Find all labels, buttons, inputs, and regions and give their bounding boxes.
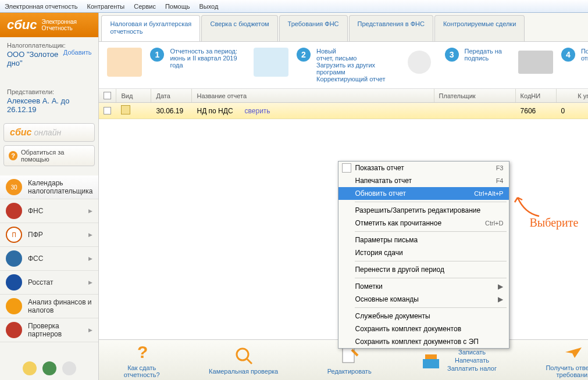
col-vid[interactable]: Вид (116, 89, 151, 102)
nav-label: Проверка партнеров (28, 322, 83, 338)
context-menu: Показать отчетF3Напечатать отчетF4Обнови… (338, 161, 509, 349)
context-menu-item[interactable]: Параметры письма (338, 234, 509, 246)
step-line: Передать на (465, 48, 502, 55)
menu-shortcut: F3 (496, 164, 504, 171)
pen-icon (254, 48, 288, 80)
chevron-right-icon: ▶ (88, 256, 92, 261)
nav-fss[interactable]: ФСС ▶ (0, 247, 98, 271)
menu-shortcut: F4 (496, 177, 504, 184)
context-menu-item[interactable]: Пометки▶ (338, 280, 509, 293)
step-4[interactable]: 4 Подписать и отправить (518, 48, 588, 83)
step-num: 4 (561, 48, 575, 62)
logo-sub2: Отчетность (42, 25, 77, 31)
menu-service[interactable]: Сервис (134, 3, 156, 10)
nav-fns[interactable]: ФНС ▶ (0, 199, 98, 223)
svg-rect-8 (423, 359, 439, 368)
step-1[interactable]: 1 Отчетность за период: июнь и II кварта… (107, 48, 237, 83)
folder-icon (107, 48, 142, 80)
submenu-arrow-icon: ▶ (498, 282, 503, 291)
context-menu-item[interactable]: Перенести в другой период (338, 263, 509, 276)
context-menu-item[interactable]: Обновить отчетCtrl+Alt+P (338, 187, 509, 200)
col-payer[interactable]: Плательщик (434, 89, 516, 102)
nav-label: Календарь налогоплательщика (28, 179, 92, 195)
col-name[interactable]: Название отчета (192, 89, 434, 102)
logo: сбис Электронная Отчетность (0, 13, 98, 37)
online-brand: сбис (10, 127, 31, 138)
help-icon: ? (9, 151, 17, 160)
nav-partners[interactable]: Проверка партнеров ▶ (0, 318, 98, 342)
tab-tax-reporting[interactable]: Налоговая и бухгалтерская отчетность (101, 15, 200, 41)
bb-save-link[interactable]: Записать (447, 349, 497, 356)
taxpayer-add-link[interactable]: Добавить (63, 49, 92, 56)
menu-item-label: Показать отчет (355, 164, 404, 172)
step-line: Подписать и (581, 48, 588, 55)
bb-send[interactable]: Получить ответы итребования (546, 342, 588, 378)
nav-rosstat[interactable]: Росстат ▶ (0, 271, 98, 295)
context-menu-item[interactable]: Основные команды▶ (338, 293, 509, 306)
sidebar-nav: 30 Календарь налогоплательщика ФНС ▶ П П… (0, 175, 98, 342)
context-menu-item[interactable]: Напечатать отчетF4 (338, 174, 509, 187)
magnifier-icon (233, 345, 254, 366)
table-row[interactable]: 30.06.19 НД по НДС сверить 7606 0 (99, 103, 588, 119)
row-checkbox[interactable] (104, 107, 111, 114)
col-date[interactable]: Дата (151, 89, 192, 102)
context-menu-item[interactable]: Отметить как прочитанноеCtrl+D (338, 217, 509, 230)
document-icon (342, 163, 351, 173)
nav-pfr[interactable]: П ПФР ▶ (0, 223, 98, 247)
context-menu-item[interactable]: Сохранить комплект документов с ЭП (338, 335, 509, 348)
doc-type-icon (121, 105, 130, 114)
context-menu-item[interactable]: Разрешить/Запретить редактирование (338, 204, 509, 217)
step-line: июнь и II квартал 2019 (170, 55, 237, 62)
nav-label: Анализ финансов и налогов (28, 298, 92, 314)
bb-audit[interactable]: Камеральная проверка (209, 345, 278, 375)
main-menubar: Электронная отчетность Контрагенты Серви… (0, 0, 588, 13)
step-line: программ (316, 69, 386, 76)
calendar-icon: 30 (6, 179, 22, 195)
row-verify-link[interactable]: сверить (245, 107, 270, 115)
tab-fns-submissions[interactable]: Представления в ФНС (349, 15, 433, 41)
question-icon: ? (131, 342, 152, 363)
tab-fns-requirements[interactable]: Требования ФНС (279, 15, 348, 41)
bb-paytax-link[interactable]: Заплатить налог (447, 365, 497, 372)
pfr-icon: П (6, 227, 22, 243)
menu-item-label: Напечатать отчет (355, 177, 412, 185)
tab-budget-reconcile[interactable]: Сверка с бюджетом (201, 15, 277, 41)
menu-separator (355, 261, 507, 261)
step-line: года (170, 62, 237, 69)
menu-help[interactable]: Помощь (165, 3, 190, 10)
sidebar-footer (0, 357, 98, 380)
row-date: 30.06.19 (151, 107, 192, 115)
sbis-online-button[interactable]: сбис онлайн (3, 123, 95, 142)
cashbox-icon (420, 350, 441, 371)
menu-eo[interactable]: Электронная отчетность (5, 3, 77, 10)
col-pay[interactable]: К уплате (557, 89, 588, 102)
step-line: Новый (316, 48, 386, 55)
step-2[interactable]: 2 Новый отчет, письмо Загрузить из други… (254, 48, 386, 83)
context-menu-item[interactable]: Показать отчетF3 (338, 162, 509, 174)
bb-edit[interactable]: Редактировать (327, 345, 372, 375)
taxpayer-block: Налогоплательщик: Добавить ООО "Золотое … (0, 37, 98, 72)
nav-calendar[interactable]: 30 Календарь налогоплательщика (0, 175, 98, 199)
select-all-checkbox[interactable] (104, 92, 111, 99)
signature-icon (402, 48, 437, 80)
nav-analysis[interactable]: Анализ финансов и налогов (0, 295, 98, 318)
chevron-right-icon: ▶ (88, 279, 92, 285)
step-line: подпись (465, 55, 502, 62)
context-menu-item[interactable]: История сдачи (338, 246, 509, 259)
menu-item-label: Пометки (355, 282, 382, 291)
menu-item-label: Перенести в другой период (355, 266, 444, 274)
col-kod[interactable]: КодНИ (516, 89, 557, 102)
tab-controlled-deals[interactable]: Контролируемые сделки (434, 15, 525, 41)
reps-name[interactable]: Алексеев А. А. до 26.12.19 (7, 96, 91, 114)
request-help-button[interactable]: ? Обратиться за помощью (3, 145, 95, 166)
table-header: Вид Дата Название отчета Плательщик КодН… (99, 89, 588, 103)
step-3[interactable]: 3 Передать на подпись (402, 48, 502, 83)
bb-howto[interactable]: ? Как сдатьотчетность? (124, 342, 160, 378)
menu-exit[interactable]: Выход (199, 3, 218, 10)
context-menu-item[interactable]: Сохранить комплект документов (338, 322, 509, 335)
context-menu-item[interactable]: Служебные документы (338, 310, 509, 322)
menu-contragents[interactable]: Контрагенты (87, 3, 124, 10)
menu-separator (355, 231, 507, 232)
nav-label: ПФР (28, 231, 43, 239)
bb-print-link[interactable]: Напечатать (447, 357, 497, 364)
